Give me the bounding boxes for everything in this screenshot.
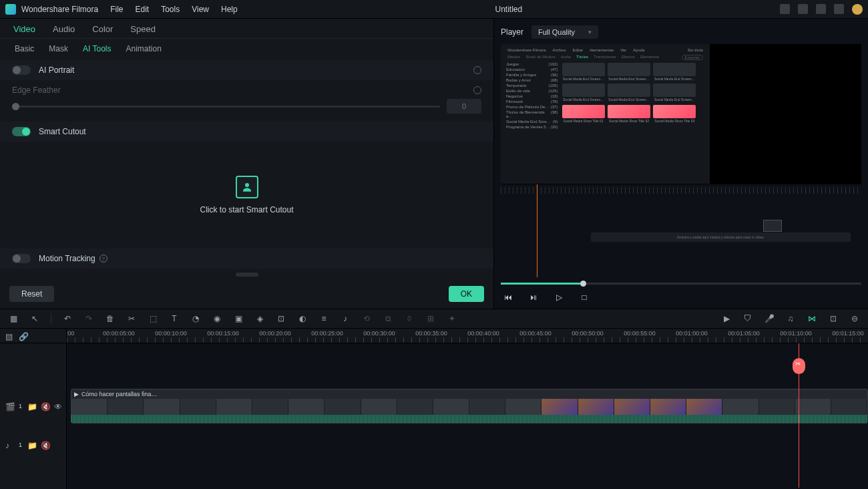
motion-tracking-toggle[interactable] [12,254,31,263]
video-track[interactable]: ▶ Cómo hacer pantallas fina… [67,389,868,424]
marker-icon[interactable]: ◊ [404,313,415,324]
clip-play-icon: ▶ [74,391,79,397]
keyframe-icon[interactable]: ◈ [254,313,265,324]
preview-mini-timeline: Arrastra y suelta aquí medios y efectos … [501,184,861,277]
pointer-icon[interactable]: ↖ [29,313,40,324]
smart-cutout-icon[interactable] [236,176,258,198]
ai-portrait-toggle[interactable] [12,65,31,75]
mute-icon[interactable]: 🔇 [41,441,49,449]
detect-icon[interactable]: ⊡ [276,313,286,324]
subtab-mask[interactable]: Mask [49,44,68,53]
clip-waveform [71,415,867,424]
motion-tracking-label: Motion Tracking [39,254,95,263]
audio-track-icon: ♪ [5,441,13,449]
cut-icon[interactable]: ✂ [126,313,137,324]
apps-icon[interactable] [834,4,844,14]
mask-icon[interactable]: ◐ [297,313,308,324]
tracks-area[interactable]: 00:0000:00:05:0000:00:10:0000:00:15:0000… [67,329,868,489]
reset-icon[interactable] [473,86,481,94]
info-icon[interactable]: ? [99,255,107,263]
menu-help[interactable]: Help [221,5,238,14]
svg-point-0 [245,183,249,187]
time-ruler[interactable]: 00:0000:00:05:0000:00:10:0000:00:15:0000… [67,329,868,343]
smart-cutout-toggle[interactable] [12,127,31,136]
motion-tracking-row: Motion Tracking ? [0,249,493,269]
edge-feather-slider[interactable] [12,106,440,108]
avatar[interactable] [852,4,863,15]
playback-progress[interactable] [501,283,861,285]
sync-icon[interactable]: ⟲ [361,313,372,324]
drag-handle-icon[interactable] [236,273,258,277]
save-icon[interactable] [798,4,808,14]
track-icon[interactable]: ⊞ [425,313,436,324]
titlebar-right [780,4,863,15]
menu-tools[interactable]: Tools [161,5,180,14]
render-icon[interactable]: ▶ [721,313,732,324]
document-title: Untitled [238,5,780,14]
quality-value: Full Quality [538,28,575,36]
smart-cutout-body: Click to start Smart Cutout [0,142,493,249]
tab-video[interactable]: Video [13,24,35,34]
main-menu: File Edit Tools View Help [110,5,238,14]
link-icon[interactable]: 🔗 [19,332,27,340]
menu-file[interactable]: File [110,5,123,14]
reset-icon[interactable] [473,66,481,74]
step-back-button[interactable]: ⏯ [527,291,539,303]
crop-icon[interactable]: ⬚ [148,313,158,324]
preview-viewport[interactable]: Wondershare Filmora ArchivoEditarHerrami… [501,44,861,277]
zoom-out-icon[interactable]: ⊖ [849,313,860,324]
slider-thumb[interactable] [12,103,19,110]
screen-icon[interactable] [780,4,790,14]
playhead[interactable] [799,343,799,488]
menu-view[interactable]: View [192,5,209,14]
main-area: Video Audio Color Speed Basic Mask AI To… [0,19,868,309]
greenscreen-icon[interactable]: ▣ [233,313,244,324]
timeline-options-icon[interactable]: ▤ [5,332,13,340]
color-icon[interactable]: ◉ [212,313,222,324]
edge-feather-value[interactable]: 0 [447,99,481,114]
redo-icon[interactable]: ↷ [83,313,94,324]
speed-icon[interactable]: ◔ [190,313,201,324]
snapshot-icon[interactable]: ⊡ [828,313,839,324]
group-icon[interactable]: ⧉ [383,313,393,324]
grid-icon[interactable]: ▦ [8,313,19,324]
subtab-animation[interactable]: Animation [126,44,161,53]
undo-icon[interactable]: ↶ [62,313,73,324]
shield-icon[interactable]: ⛉ [742,313,753,324]
tab-color[interactable]: Color [92,24,113,34]
adjust-icon[interactable]: ≡ [318,313,329,324]
panel-footer: Reset OK [0,279,493,309]
smart-cutout-label: Smart Cutout [39,127,86,136]
subtab-aitools[interactable]: AI Tools [83,44,111,53]
playhead-scissors-icon[interactable] [793,358,805,374]
chevron-down-icon: ▾ [588,29,592,35]
stop-button[interactable]: □ [578,291,590,303]
player-controls: ⏮ ⏯ ▷ □ [501,289,861,306]
magnet-highlight-icon[interactable]: ⋈ [807,313,817,324]
player-header: Player Full Quality ▾ [501,23,861,44]
folder-icon[interactable]: 📁 [27,441,35,449]
visibility-icon[interactable]: 👁 [54,402,62,410]
play-button[interactable]: ▷ [553,291,565,303]
progress-handle[interactable] [580,281,586,287]
mute-icon[interactable]: 🔇 [41,402,49,410]
mixer-icon[interactable]: ♫ [785,313,796,324]
cloud-icon[interactable] [816,4,826,14]
text-icon[interactable]: T [169,313,180,324]
folder-icon[interactable]: 📁 [27,402,35,410]
smart-cutout-cta[interactable]: Click to start Smart Cutout [200,205,293,214]
quality-dropdown[interactable]: Full Quality ▾ [531,25,598,39]
timeline: ▤ 🔗 🎬 1 📁 🔇 👁 ♪ 1 📁 🔇 00:0000:00:05:0000… [0,329,868,489]
audio-icon[interactable]: ♪ [340,313,351,324]
prev-frame-button[interactable]: ⏮ [502,291,514,303]
menu-edit[interactable]: Edit [136,5,150,14]
tab-audio[interactable]: Audio [53,24,75,34]
tab-speed[interactable]: Speed [130,24,156,34]
ok-button[interactable]: OK [449,286,484,302]
mic-icon[interactable]: 🎤 [764,313,775,324]
delete-icon[interactable]: 🗑 [105,313,116,324]
video-clip[interactable]: ▶ Cómo hacer pantallas fina… [71,389,868,424]
subtab-basic[interactable]: Basic [15,44,34,53]
effects-icon[interactable]: ✦ [447,313,457,324]
reset-button[interactable]: Reset [9,286,54,302]
